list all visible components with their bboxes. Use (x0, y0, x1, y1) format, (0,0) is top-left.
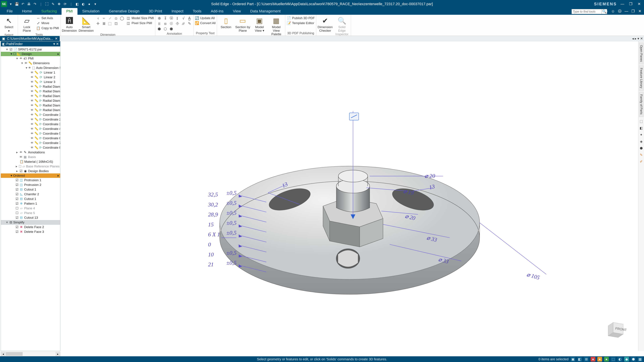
pmi-node[interactable]: ▾👁🏷PMI (1, 56, 60, 61)
tab-view[interactable]: View (228, 8, 246, 15)
copy-pmi-button[interactable]: 📋Copy to PMI (36, 26, 59, 30)
dim-tool-1[interactable]: ⫞ (96, 16, 100, 21)
tree-dim-item[interactable]: 👁📏⟳Coordinate 5 (1, 131, 60, 136)
close-button[interactable]: ✕ (636, 1, 642, 7)
annot-2[interactable]: ↧ (163, 16, 168, 21)
new-icon[interactable]: ▾ (8, 2, 13, 6)
model-view-button[interactable]: ▣Model View ▾ (252, 16, 267, 32)
pathfinder-title-bar[interactable]: ◧ PathFinder ▾ ✕ (1, 41, 60, 46)
update-all-button[interactable]: 🔄Update All (195, 16, 216, 20)
tree-ordered-item[interactable]: ☑⊟Cutout 13 (1, 215, 60, 220)
rotate-icon[interactable]: ⟳ (63, 2, 68, 6)
status-btn-9[interactable]: ⬣ (631, 357, 636, 362)
shade-icon[interactable]: ● (87, 2, 92, 6)
tree-dim-item[interactable]: 👁📏⟳Radial Diameter (1, 84, 60, 89)
dim-tool-3[interactable]: ⟋ (108, 16, 112, 21)
close-document-icon[interactable]: ✕ (55, 36, 58, 40)
rdock-tool-2[interactable]: ◧ (639, 126, 644, 130)
simplify-header[interactable]: ▾⊟Simplify (1, 220, 60, 225)
tab-feature-library[interactable]: Feature Library (639, 65, 644, 91)
set-axis-button[interactable]: ↔Set Axis (36, 16, 59, 20)
feedback-happy-icon[interactable]: ☺ (604, 9, 609, 14)
tab-open-panes[interactable]: Open Panes (639, 42, 644, 64)
restore-button[interactable]: ❐ (628, 1, 634, 7)
status-btn-10[interactable]: ▦ (638, 357, 642, 362)
section-by-plane-button[interactable]: ▭Section by Plane (235, 16, 250, 32)
tree-dim-item[interactable]: 👁📏⟳Linear 3 (1, 80, 60, 84)
ordered-header[interactable]: ▾ Ordered▸ (1, 173, 60, 178)
tab-file[interactable]: File (0, 8, 17, 15)
annot-15[interactable]: ⬣ (169, 26, 174, 31)
tab-simulation[interactable]: Simulation (78, 8, 104, 15)
tree-simplify-item[interactable]: ☑✖Delete Face 2 (1, 225, 60, 229)
doc-close-all-icon[interactable]: ✕ (640, 36, 643, 40)
annotations-node[interactable]: ▸👁✎Annotations (1, 150, 60, 155)
dim-tool-2[interactable]: ⫟ (102, 16, 106, 21)
tree-dim-item[interactable]: 👁📏⟳Radial Diameter (1, 108, 60, 112)
tab-data-mgmt[interactable]: Data Management (246, 8, 285, 15)
zoom-fit-icon[interactable]: ⛶ (44, 2, 49, 6)
rdock-tool-1[interactable]: ⬚ (639, 119, 644, 124)
tree-ordered-item[interactable]: ☑⊟Cutout 1 (1, 187, 60, 192)
tab-3dprint[interactable]: 3D Print (144, 8, 167, 15)
lock-plane-button[interactable]: ▱ Lock Plane (19, 16, 34, 32)
design-header[interactable]: ▾ ☐ 📐 Design▸ (1, 52, 60, 56)
ref-planes-node[interactable]: ▸☐▱Base Reference Planes (1, 164, 60, 169)
pan-icon[interactable]: ✥ (57, 2, 62, 6)
status-btn-teal[interactable]: ◆ (624, 357, 629, 362)
annot-1[interactable]: ⊕ (157, 16, 162, 21)
viewport-3d[interactable]: ⌀ 20 ⌀ 19 13 ⌀ 20 ⌀ 33 ⌀ 33 ⌀ 105 13 32,… (61, 41, 638, 351)
design-bodies-node[interactable]: ▸☑◉Design Bodies (1, 169, 60, 173)
annot-10[interactable]: ⯑ (175, 21, 180, 26)
tree-dim-item[interactable]: 👁📏⟳Coordinate 1 (1, 112, 60, 117)
section-button[interactable]: ▯Section (218, 16, 234, 29)
search-input[interactable] (572, 9, 602, 14)
dimensions-node[interactable]: ▾👁📏Dimensions (1, 61, 60, 65)
tree-simplify-item[interactable]: ☑✖Delete Face 3 (1, 229, 60, 234)
ribbon-close-icon[interactable]: ✕ (637, 9, 642, 14)
view-icon[interactable]: ◧ (75, 2, 80, 6)
tree-ordered-item[interactable]: ☐▱Plane 5 (1, 211, 60, 215)
ribbon-max-icon[interactable]: ❐ (630, 9, 636, 14)
status-btn-green[interactable]: ● (604, 357, 609, 362)
tree-ordered-item[interactable]: ☑◺Chamfer 2 (1, 192, 60, 197)
pixel-size-pmi-button[interactable]: ◫Pixel Size PMI (126, 21, 154, 25)
dim-tool-5[interactable]: ◯ (120, 16, 124, 21)
tree-dim-item[interactable]: 👁📏⟳Radial Diameter (1, 94, 60, 98)
material-node[interactable]: 📋Material ( 16MnCrS) (1, 159, 60, 164)
annot-8[interactable]: ⧈ (163, 21, 168, 26)
tree-dim-item[interactable]: 👁📏⟳Coordinate 3 (1, 122, 60, 126)
model-view-palette-button[interactable]: ▦Model View Palette (269, 16, 284, 36)
rdock-tool-6[interactable]: ✎ (639, 152, 644, 157)
render-icon[interactable]: ◐ (81, 2, 86, 6)
tree-dim-item[interactable]: 👁📏⟳Radial Diameter (1, 98, 60, 103)
tab-family-parts[interactable]: Family of Parts (639, 92, 644, 117)
pathfinder-hscroll[interactable]: ◂ ▸ (1, 352, 60, 356)
dim-tool-4[interactable]: ⦶ (114, 16, 118, 21)
status-btn-6[interactable]: ⬚ (611, 357, 616, 362)
tree-dim-item[interactable]: 👁📏⟳Radial Diameter (1, 89, 60, 94)
tab-home[interactable]: Home (17, 8, 36, 15)
scroll-left-icon[interactable]: ◂ (1, 352, 6, 356)
tree-ordered-item[interactable]: ☑⊟Cutout 1 (1, 197, 60, 201)
status-btn-2[interactable]: ◧ (577, 357, 582, 362)
publish-pdf-button[interactable]: 📄Publish 3D PDF (286, 16, 314, 20)
more-icon[interactable]: ▾ (93, 2, 98, 6)
dim-tool-9[interactable]: ⊡ (114, 21, 118, 26)
print-icon[interactable]: 🖶 (26, 2, 31, 6)
auto-dim-button[interactable]: 🅰Auto Dimension (62, 16, 77, 32)
annot-11[interactable]: ⫻ (181, 21, 186, 26)
dim-tool-6[interactable]: ✛ (96, 21, 100, 26)
annot-6[interactable]: A̲ (187, 16, 192, 21)
rdock-tool-5[interactable]: ⬢ (639, 146, 644, 150)
undo-icon[interactable]: ↶ (20, 2, 25, 6)
tab-generative[interactable]: Generative Design (104, 8, 144, 15)
tab-tools[interactable]: Tools (188, 8, 206, 15)
tree-ordered-item[interactable]: ☐▱Plane 4 (1, 206, 60, 211)
minimize-button[interactable]: — (620, 1, 625, 7)
annot-13[interactable]: ⬢ (157, 26, 162, 31)
inspector-button[interactable]: 🔍Solid Edge Inspector (334, 16, 350, 36)
dim-tool-8[interactable]: ⬚ (108, 21, 112, 26)
annot-3[interactable]: ⦿ (169, 16, 174, 21)
rdock-tool-4[interactable]: ◈ (639, 139, 644, 144)
